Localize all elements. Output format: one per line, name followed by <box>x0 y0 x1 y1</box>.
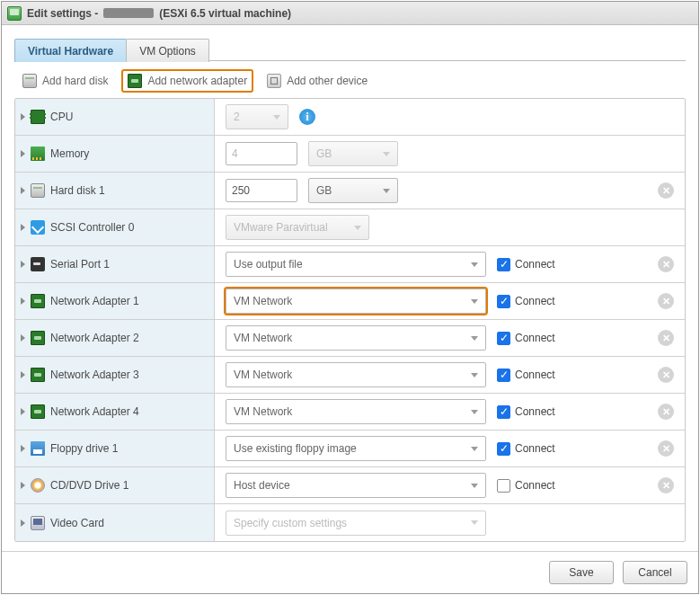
checkbox-icon: ✓ <box>497 369 510 382</box>
chevron-down-icon <box>471 410 478 414</box>
network-adapter-icon <box>128 74 142 88</box>
row-cpu: CPU 2 i <box>15 99 685 136</box>
nic3-network-select[interactable]: VM Network <box>226 362 486 387</box>
nic2-connect-checkbox[interactable]: ✓ Connect <box>497 332 555 345</box>
expand-icon[interactable] <box>21 113 25 120</box>
connect-label: Connect <box>515 332 555 344</box>
video-card-select[interactable]: Specify custom settings <box>226 511 486 536</box>
checkbox-icon: ✓ <box>497 405 510 419</box>
tab-vm-options[interactable]: VM Options <box>126 39 209 62</box>
video-card-icon <box>31 516 45 530</box>
cd-connect-checkbox[interactable]: Connect <box>497 479 555 493</box>
nic3-connect-checkbox[interactable]: ✓ Connect <box>497 369 555 382</box>
add-other-device-button[interactable]: Add other device <box>262 71 372 91</box>
add-hdd-label: Add hard disk <box>42 75 108 87</box>
tab-bar: Virtual Hardware VM Options <box>14 38 686 61</box>
cpu-icon <box>31 110 45 124</box>
tab-label: Virtual Hardware <box>28 45 113 58</box>
chevron-down-icon <box>471 484 478 488</box>
memory-icon <box>31 147 45 161</box>
expand-icon[interactable] <box>21 445 25 452</box>
expand-icon[interactable] <box>21 187 25 194</box>
remove-icon[interactable]: ✕ <box>658 404 674 420</box>
checkbox-icon: ✓ <box>497 258 510 271</box>
expand-icon[interactable] <box>21 408 25 415</box>
row-label: Network Adapter 2 <box>50 332 139 344</box>
nic1-network-select[interactable]: VM Network <box>226 289 486 314</box>
add-nic-label: Add network adapter <box>147 75 247 87</box>
expand-icon[interactable] <box>21 224 25 231</box>
nic4-network-select[interactable]: VM Network <box>226 399 486 424</box>
expand-icon[interactable] <box>21 298 25 305</box>
floppy-connect-checkbox[interactable]: ✓ Connect <box>497 442 555 456</box>
add-hard-disk-button[interactable]: Add hard disk <box>18 71 112 91</box>
info-icon[interactable]: i <box>299 109 315 125</box>
video-value: Specify custom settings <box>234 517 347 529</box>
remove-icon[interactable]: ✕ <box>658 330 674 346</box>
hard-disk-size-input[interactable] <box>226 179 297 202</box>
save-label: Save <box>569 566 593 579</box>
hard-disk-icon <box>31 183 45 198</box>
chevron-down-icon <box>471 262 478 267</box>
expand-icon[interactable] <box>21 150 25 157</box>
remove-icon[interactable]: ✕ <box>658 293 674 309</box>
hard-disk-unit-select[interactable]: GB <box>308 178 398 203</box>
expand-icon[interactable] <box>21 520 25 527</box>
memory-unit-select[interactable]: GB <box>308 141 398 166</box>
cancel-button[interactable]: Cancel <box>623 561 687 584</box>
chevron-down-icon <box>273 115 280 120</box>
row-network-adapter-2: Network Adapter 2 VM Network ✓ Connect ✕ <box>15 320 685 357</box>
remove-icon[interactable]: ✕ <box>658 182 674 199</box>
cpu-count-select[interactable]: 2 <box>226 104 288 129</box>
remove-icon[interactable]: ✕ <box>658 367 674 383</box>
nic4-connect-checkbox[interactable]: ✓ Connect <box>497 405 555 419</box>
expand-icon[interactable] <box>21 371 25 378</box>
floppy-select[interactable]: Use existing floppy image <box>226 436 486 461</box>
remove-icon[interactable]: ✕ <box>658 477 674 493</box>
save-button[interactable]: Save <box>549 561 614 584</box>
serial-connect-checkbox[interactable]: ✓ Connect <box>497 258 555 271</box>
nic1-connect-checkbox[interactable]: ✓ Connect <box>497 295 555 308</box>
serial-port-select[interactable]: Use output file <box>226 252 486 277</box>
remove-icon[interactable]: ✕ <box>658 440 674 457</box>
row-network-adapter-3: Network Adapter 3 VM Network ✓ Connect ✕ <box>15 357 685 394</box>
connect-label: Connect <box>515 258 555 271</box>
memory-input[interactable] <box>226 142 297 165</box>
scsi-type-select[interactable]: VMware Paravirtual <box>226 215 369 240</box>
nic-value: VM Network <box>234 295 292 307</box>
add-network-adapter-button[interactable]: Add network adapter <box>123 71 252 91</box>
cd-value: Host device <box>234 479 290 492</box>
checkbox-icon <box>497 479 510 493</box>
remove-icon[interactable]: ✕ <box>658 256 674 272</box>
row-label: SCSI Controller 0 <box>50 221 134 234</box>
title-suffix: (ESXi 6.5 virtual machine) <box>159 7 291 20</box>
expand-icon[interactable] <box>21 482 25 489</box>
row-network-adapter-1: Network Adapter 1 VM Network ✓ Connect ✕ <box>15 283 685 320</box>
row-label: Network Adapter 4 <box>50 405 139 418</box>
cd-select[interactable]: Host device <box>226 473 486 498</box>
row-label: Hard disk 1 <box>50 184 105 197</box>
nic-value: VM Network <box>234 405 292 418</box>
expand-icon[interactable] <box>21 334 25 342</box>
nic-value: VM Network <box>234 369 292 381</box>
cancel-label: Cancel <box>638 566 671 579</box>
checkbox-icon: ✓ <box>497 442 510 456</box>
scsi-value: VMware Paravirtual <box>234 221 328 234</box>
vm-name-redacted <box>103 8 154 18</box>
floppy-value: Use existing floppy image <box>234 442 357 455</box>
row-serial-port-1: Serial Port 1 Use output file ✓ Connect … <box>15 246 685 283</box>
vm-icon <box>7 6 22 21</box>
network-adapter-icon <box>31 294 45 308</box>
floppy-icon <box>31 441 45 456</box>
tab-virtual-hardware[interactable]: Virtual Hardware <box>14 39 127 62</box>
row-label: CD/DVD Drive 1 <box>50 479 128 492</box>
expand-icon[interactable] <box>21 261 25 268</box>
cpu-value: 2 <box>234 111 240 123</box>
chevron-down-icon <box>383 189 390 193</box>
row-network-adapter-4: Network Adapter 4 VM Network ✓ Connect ✕ <box>15 394 685 431</box>
row-label: CPU <box>50 111 73 123</box>
checkbox-icon: ✓ <box>497 295 510 308</box>
connect-label: Connect <box>515 369 555 381</box>
chevron-down-icon <box>354 226 361 230</box>
nic2-network-select[interactable]: VM Network <box>226 325 486 351</box>
